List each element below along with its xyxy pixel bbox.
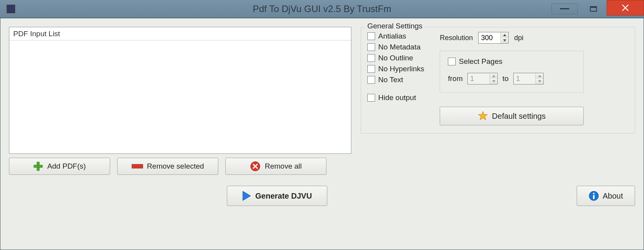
close-button[interactable] xyxy=(607,0,644,16)
remove-all-button[interactable]: Remove all xyxy=(225,158,326,175)
settings-legend: General Settings xyxy=(365,22,425,30)
from-up[interactable] xyxy=(490,73,497,79)
list-header: PDF Input List xyxy=(9,27,351,40)
generate-djvu-button[interactable]: Generate DJVU xyxy=(227,186,327,206)
titlebar: Pdf To DjVu GUI v2.5 By TrustFm xyxy=(0,0,644,18)
remove-selected-button[interactable]: Remove selected xyxy=(117,158,218,175)
general-settings-group: General Settings Antialias No Metadata N… xyxy=(361,27,635,134)
resolution-input[interactable] xyxy=(479,32,500,43)
hide-output-checkbox[interactable]: Hide output xyxy=(367,93,424,102)
default-settings-button[interactable]: Default settings xyxy=(440,107,584,125)
window-controls xyxy=(551,0,644,18)
no-hyperlinks-label: No Hyperlinks xyxy=(378,65,424,73)
close-icon xyxy=(622,4,629,11)
minus-icon xyxy=(132,163,143,169)
no-outline-checkbox[interactable]: No Outline xyxy=(367,54,424,62)
plus-icon xyxy=(33,161,43,171)
from-label: from xyxy=(448,74,463,83)
input-panel: PDF Input List Add PDF(s) Remove selecte… xyxy=(9,27,351,175)
select-pages-label: Select Pages xyxy=(459,57,502,66)
minimize-icon xyxy=(560,8,569,9)
about-label: About xyxy=(603,192,623,201)
antialias-label: Antialias xyxy=(378,32,406,40)
default-settings-label: Default settings xyxy=(492,112,546,121)
select-pages-checkbox[interactable]: Select Pages xyxy=(448,57,576,66)
resolution-down[interactable] xyxy=(501,38,508,43)
window-title: Pdf To DjVu GUI v2.5 By TrustFm xyxy=(0,4,644,14)
no-outline-label: No Outline xyxy=(378,54,413,62)
resolution-spinner[interactable] xyxy=(478,32,509,44)
from-input[interactable] xyxy=(468,73,490,84)
pdf-input-list[interactable]: PDF Input List xyxy=(9,27,351,154)
add-pdf-label: Add PDF(s) xyxy=(47,162,86,171)
maximize-button[interactable] xyxy=(580,4,607,14)
minimize-button[interactable] xyxy=(551,4,578,14)
maximize-icon xyxy=(590,6,597,12)
error-icon xyxy=(250,161,261,172)
to-spinner[interactable] xyxy=(513,73,544,85)
client-area: PDF Input List Add PDF(s) Remove selecte… xyxy=(0,18,644,250)
add-pdf-button[interactable]: Add PDF(s) xyxy=(9,158,110,175)
no-hyperlinks-checkbox[interactable]: No Hyperlinks xyxy=(367,65,424,73)
select-pages-group: Select Pages from to xyxy=(440,51,584,93)
svg-rect-6 xyxy=(593,195,595,199)
from-spinner[interactable] xyxy=(467,73,498,85)
svg-rect-2 xyxy=(132,164,143,168)
resolution-up[interactable] xyxy=(501,32,508,38)
star-icon xyxy=(478,111,488,121)
hide-output-label: Hide output xyxy=(378,93,416,102)
remove-selected-label: Remove selected xyxy=(147,162,204,171)
remove-all-label: Remove all xyxy=(265,162,302,171)
svg-point-5 xyxy=(593,193,595,194)
resolution-label: Resolution xyxy=(440,34,473,42)
resolution-unit: dpi xyxy=(514,34,523,42)
info-icon xyxy=(589,191,599,201)
about-button[interactable]: About xyxy=(577,186,635,206)
from-down[interactable] xyxy=(490,79,497,84)
play-icon xyxy=(242,191,251,201)
to-up[interactable] xyxy=(536,73,543,79)
generate-djvu-label: Generate DJVU xyxy=(255,192,312,201)
svg-rect-1 xyxy=(34,165,42,167)
settings-panel: General Settings Antialias No Metadata N… xyxy=(361,27,635,175)
antialias-checkbox[interactable]: Antialias xyxy=(367,32,424,40)
to-label: to xyxy=(502,74,509,83)
no-text-label: No Text xyxy=(378,76,403,84)
to-down[interactable] xyxy=(536,79,543,84)
to-input[interactable] xyxy=(514,73,535,84)
no-metadata-checkbox[interactable]: No Metadata xyxy=(367,43,424,51)
no-metadata-label: No Metadata xyxy=(378,43,421,51)
no-text-checkbox[interactable]: No Text xyxy=(367,76,424,84)
app-icon xyxy=(6,4,16,14)
